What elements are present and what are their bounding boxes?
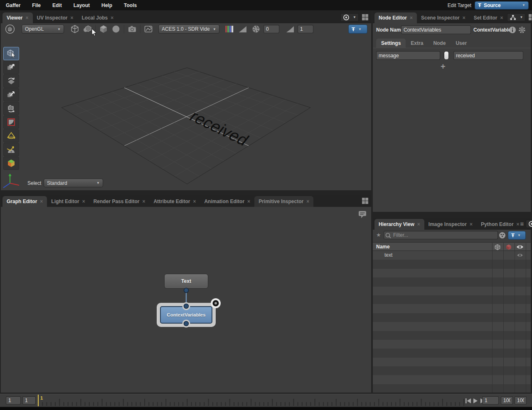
select-mode-dropdown[interactable]: Standard ▼ xyxy=(44,179,103,187)
light-tool-button[interactable] xyxy=(3,129,19,142)
channels-rgb-icon[interactable] xyxy=(224,24,234,34)
subtab-settings[interactable]: Settings xyxy=(376,39,406,48)
layout-grid-icon[interactable] xyxy=(528,14,532,21)
close-icon[interactable]: × xyxy=(142,199,145,204)
tab-uv-inspector[interactable]: UV Inspector × xyxy=(33,12,78,23)
close-icon[interactable]: × xyxy=(111,15,113,21)
close-icon[interactable]: × xyxy=(417,221,420,227)
node-editor-mode-button[interactable]: ▼ xyxy=(507,13,525,22)
playback-start-input[interactable] xyxy=(22,396,36,405)
range-end-input[interactable] xyxy=(515,396,527,405)
render-image-icon[interactable] xyxy=(143,24,153,34)
menu-tools[interactable]: Tools xyxy=(118,2,143,8)
viewer-pin-dropdown[interactable]: Ŧ ▼ xyxy=(348,25,367,34)
layout-grid-icon[interactable] xyxy=(362,197,369,204)
colorspace-dropdown[interactable]: ACES 1.0 - SDR Video ▼ xyxy=(158,25,219,34)
input-plug[interactable] xyxy=(184,304,189,309)
viewer-focus-menu-button[interactable]: ▼ xyxy=(340,13,359,22)
hierarchy-focus-menu-button[interactable]: ▼ xyxy=(526,220,532,228)
scale-tool-button[interactable] xyxy=(3,88,19,101)
visibility-eye-icon[interactable] xyxy=(517,253,523,258)
close-icon[interactable]: × xyxy=(193,199,196,204)
histogram-icon[interactable] xyxy=(238,24,248,34)
hierarchy-row-text[interactable]: text xyxy=(373,251,531,260)
play-icon[interactable] xyxy=(473,398,478,403)
skip-to-start-icon[interactable] xyxy=(466,398,471,403)
gear-icon[interactable] xyxy=(518,26,526,34)
tab-set-editor[interactable]: Set Editor × xyxy=(470,12,507,23)
tab-primitive-inspector[interactable]: Primitive Inspector × xyxy=(254,196,313,207)
light-position-tool-button[interactable] xyxy=(3,143,19,156)
tab-local-jobs[interactable]: Local Jobs × xyxy=(78,12,118,23)
gamma-curve-icon[interactable] xyxy=(285,24,295,34)
renderer-dropdown[interactable]: OpenGL ▼ xyxy=(22,25,64,34)
tab-light-editor[interactable]: Light Editor × xyxy=(47,196,89,207)
variable-value-input[interactable] xyxy=(453,51,523,60)
bookmark-star-icon[interactable]: ★ xyxy=(376,232,381,238)
info-icon[interactable] xyxy=(509,26,516,34)
close-icon[interactable]: × xyxy=(463,15,466,21)
shaded-cube-icon[interactable] xyxy=(99,24,108,34)
subtab-node[interactable]: Node xyxy=(428,39,451,48)
tab-image-inspector[interactable]: Image Inspector × xyxy=(424,219,477,230)
layout-grid-icon[interactable] xyxy=(362,14,369,21)
tab-python-editor[interactable]: Python Editor × xyxy=(477,219,520,230)
variable-name-input[interactable] xyxy=(376,51,440,60)
timeline-ruler[interactable] xyxy=(37,395,466,407)
hierarchy-filter-input[interactable] xyxy=(384,231,498,239)
name-column-header[interactable]: Name xyxy=(373,244,390,250)
rotate-tool-button[interactable] xyxy=(3,74,19,88)
close-icon[interactable]: × xyxy=(25,15,28,21)
variable-enabled-toggle[interactable] xyxy=(444,51,449,60)
scene-view-tool-button[interactable] xyxy=(3,157,19,170)
tab-node-editor[interactable]: Node Editor × xyxy=(374,12,417,23)
close-icon[interactable]: × xyxy=(82,199,85,204)
menu-help[interactable]: Help xyxy=(96,2,118,8)
camera-tool-button[interactable] xyxy=(3,102,19,115)
close-icon[interactable]: × xyxy=(410,15,413,21)
tab-attribute-editor[interactable]: Attribute Editor × xyxy=(149,196,200,207)
hamburger-menu-icon[interactable]: ≡ xyxy=(520,220,524,227)
menu-layout[interactable]: Layout xyxy=(68,2,96,8)
close-icon[interactable]: × xyxy=(40,199,43,204)
close-icon[interactable]: × xyxy=(500,15,503,21)
hierarchy-pin-dropdown[interactable]: Ŧ ▼ xyxy=(508,231,526,240)
crop-window-tool-button[interactable] xyxy=(3,115,19,129)
tab-scene-inspector[interactable]: Scene Inspector × xyxy=(417,12,470,23)
bounding-box-icon[interactable] xyxy=(70,24,80,34)
graph-editor-canvas[interactable]: Text ContextVariables xyxy=(1,207,371,393)
selection-mask-icon[interactable] xyxy=(82,24,92,34)
focus-ring[interactable] xyxy=(211,298,221,308)
tab-render-pass-editor[interactable]: Render Pass Editor × xyxy=(89,196,150,207)
menu-file[interactable]: File xyxy=(26,2,47,8)
gamma-input[interactable] xyxy=(298,25,313,33)
output-plug[interactable] xyxy=(184,288,189,293)
node-name-input[interactable] xyxy=(401,25,471,34)
set-filter-icon[interactable] xyxy=(499,232,506,239)
current-frame-input[interactable] xyxy=(482,396,499,405)
select-tool-button[interactable] xyxy=(3,47,19,60)
close-icon[interactable]: × xyxy=(517,221,520,227)
range-start-input[interactable] xyxy=(6,396,21,405)
tab-animation-editor[interactable]: Animation Editor × xyxy=(200,196,254,207)
scene-cube-column-icon[interactable] xyxy=(494,244,501,250)
tab-graph-editor[interactable]: Graph Editor × xyxy=(2,196,47,207)
render-cube-column-icon[interactable] xyxy=(505,244,512,250)
menu-edit[interactable]: Edit xyxy=(47,2,68,8)
output-plug[interactable] xyxy=(184,322,189,326)
edit-target-dropdown[interactable]: Ŧ Source ▼ xyxy=(475,1,529,10)
tab-hierarchy-view[interactable]: Hierarchy View × xyxy=(374,219,424,230)
camera-icon[interactable] xyxy=(127,24,137,34)
exposure-input[interactable] xyxy=(264,25,279,33)
add-variable-button[interactable]: + xyxy=(441,62,446,71)
playback-end-input[interactable] xyxy=(501,396,513,405)
visibility-eye-icon[interactable] xyxy=(516,244,524,250)
subtab-extra[interactable]: Extra xyxy=(406,39,428,48)
shaded-sphere-icon[interactable] xyxy=(111,24,121,34)
close-icon[interactable]: × xyxy=(470,221,473,227)
close-icon[interactable]: × xyxy=(71,15,74,21)
pan-hand-icon[interactable] xyxy=(5,24,15,34)
viewport-3d[interactable]: received xyxy=(1,35,371,190)
menu-gaffer[interactable]: Gaffer xyxy=(0,2,26,8)
translate-tool-button[interactable] xyxy=(3,61,19,74)
